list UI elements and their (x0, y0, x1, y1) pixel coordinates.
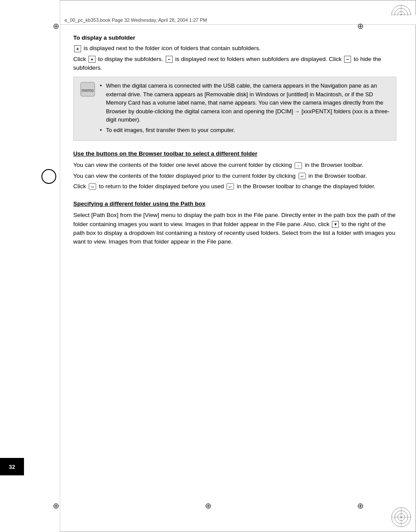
header-text: e_00_pc_kb353.book Page 32 Wednesday, Ap… (65, 17, 207, 23)
crosshair-top-right (356, 22, 365, 30)
section-subfolder-title: To display a subfolder (73, 34, 396, 42)
section-browser-toolbar-body3: Click ↪ to return to the folder displaye… (73, 182, 396, 191)
crosshair-top-left (51, 22, 60, 30)
up-folder-icon: ↑ (294, 162, 302, 169)
page-number-tab: 32 (0, 458, 24, 475)
minus-box-icon2: − (344, 56, 351, 63)
crosshair-bottom-center (204, 502, 212, 510)
svg-text:↩: ↩ (228, 185, 232, 189)
section-path-box-title: Specifying a different folder using the … (73, 200, 396, 208)
plus-box-icon2: + (89, 56, 95, 63)
sidebar-circle-decoration (41, 169, 56, 184)
svg-text:↑: ↑ (297, 164, 300, 168)
left-sidebar: 32 (0, 0, 60, 532)
section-path-box: Specifying a different folder using the … (73, 200, 396, 246)
click-label: Click (73, 56, 88, 62)
plus-box-icon: + (74, 45, 81, 52)
svg-text:↪: ↪ (91, 185, 94, 189)
memo-item-1: When the digital camera is connected wit… (100, 81, 390, 124)
section-browser-toolbar-body1: You can view the contents of the folder … (73, 161, 396, 169)
section-subfolder: To display a subfolder + is displayed ne… (73, 34, 396, 72)
memo-icon: memo (80, 81, 95, 97)
section-browser-toolbar: Use the buttons on the Browser toolbar t… (73, 149, 396, 191)
back-folder-icon: ↩ (298, 173, 306, 180)
page-number: 32 (9, 464, 15, 470)
forward-folder-icon: ↪ (89, 183, 96, 190)
crosshair-bottom-left (51, 502, 60, 510)
svg-text:↩: ↩ (300, 174, 304, 179)
minus-box-icon: − (166, 56, 173, 63)
svg-text:memo: memo (82, 88, 94, 93)
memo-item-2: To edit images, first transfer them to y… (100, 126, 390, 135)
content-area: To display a subfolder + is displayed ne… (60, 25, 409, 525)
section-browser-toolbar-title: Use the buttons on the Browser toolbar t… (73, 149, 396, 158)
section-path-box-body: Select [Path Box] from the [View] menu t… (73, 211, 396, 246)
dropdown-arrow-icon: ▼ (332, 221, 339, 228)
memo-content: When the digital camera is connected wit… (100, 81, 390, 136)
arrow-symbol: → (295, 108, 300, 115)
crosshair-bottom-right (356, 502, 365, 510)
section-subfolder-body2: Click + to display the subfolders. − is … (73, 55, 396, 73)
memo-box: memo When the digital camera is connecte… (73, 77, 396, 141)
section-browser-toolbar-body2: You can view the contents of the folder … (73, 172, 396, 180)
back-folder-icon2: ↩ (226, 183, 234, 190)
section-subfolder-body1: + is displayed next to the folder icon o… (73, 44, 396, 53)
